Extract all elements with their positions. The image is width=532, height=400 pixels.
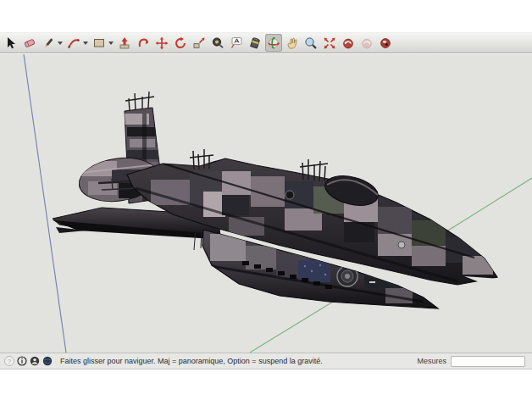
previous-view-icon[interactable]	[340, 34, 357, 52]
line-tool-icon[interactable]	[40, 34, 57, 52]
text-tool-icon[interactable]	[228, 34, 245, 52]
zoom-tool-icon[interactable]	[302, 34, 319, 52]
measurements-input[interactable]	[451, 356, 525, 367]
globe-circle-icon[interactable]	[42, 356, 53, 366]
help-circle-icon[interactable]: ?	[4, 356, 14, 366]
info-circle-icon[interactable]	[17, 356, 27, 366]
tape-measure-tool-icon[interactable]	[209, 34, 226, 52]
measurements-label: Mesures	[417, 357, 446, 365]
follow-me-tool-icon[interactable]	[135, 34, 152, 52]
line-tool-dropdown-caret[interactable]	[58, 42, 63, 45]
person-circle-icon[interactable]	[30, 356, 40, 366]
sketchup-window: ? Faites glisser pour naviguer. Maj = pa…	[0, 0, 532, 400]
eraser-tool-icon[interactable]	[21, 34, 38, 52]
main-toolbar	[0, 32, 532, 53]
scale-tool-icon[interactable]	[191, 34, 208, 52]
arc-tool-dropdown-caret[interactable]	[83, 42, 88, 45]
green-axis-left	[250, 302, 333, 353]
push-pull-tool-icon[interactable]	[116, 34, 133, 52]
arc-tool-icon[interactable]	[65, 34, 82, 52]
rotate-tool-icon[interactable]	[172, 34, 189, 52]
look-around-icon[interactable]	[377, 34, 394, 52]
next-view-icon[interactable]	[358, 34, 375, 52]
blue-axis	[24, 54, 66, 353]
spaceship-model-scene	[0, 54, 532, 353]
paint-bucket-tool-icon[interactable]	[247, 34, 263, 52]
move-tool-icon[interactable]	[153, 34, 170, 52]
spaceship-model	[53, 92, 500, 308]
rectangle-tool-icon[interactable]	[91, 34, 108, 52]
pan-tool-icon[interactable]	[284, 34, 301, 52]
status-bar: ? Faites glisser pour naviguer. Maj = pa…	[0, 353, 532, 369]
status-message: Faites glisser pour naviguer. Maj = pano…	[60, 357, 323, 365]
rectangle-tool-dropdown-caret[interactable]	[108, 42, 114, 45]
orbit-tool-icon[interactable]	[265, 34, 282, 52]
viewport-canvas[interactable]	[0, 54, 532, 353]
zoom-extents-icon[interactable]	[321, 34, 338, 52]
select-tool-icon[interactable]	[3, 34, 19, 52]
